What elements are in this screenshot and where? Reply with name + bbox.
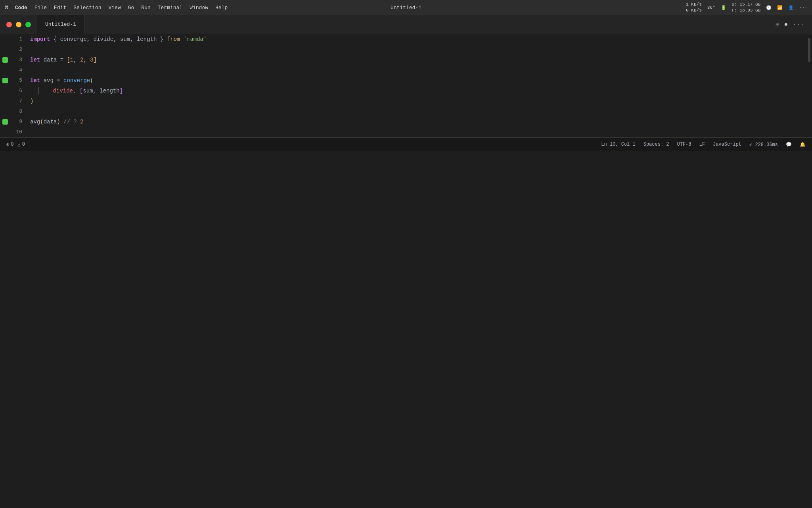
menu-view[interactable]: View — [109, 5, 121, 11]
line-gutter-4: 4 — [0, 65, 30, 75]
token: sum — [83, 86, 93, 96]
line-number-5: 5 — [19, 75, 22, 86]
menubar: ⌘ Code File Edit Selection View Go Run T… — [0, 0, 812, 15]
token: // ? — [60, 117, 80, 127]
code-line-2: 2 — [0, 44, 806, 55]
token: length — [137, 34, 157, 44]
apple-icon[interactable]: ⌘ — [5, 4, 9, 12]
statusbar: ⊗ 0 △ 0 Ln 10, Col 1 Spaces: 2 UTF-8 LF … — [0, 137, 812, 151]
line-gutter-3: 3 — [0, 55, 30, 65]
menu-items: Code File Edit Selection View Go Run Ter… — [15, 5, 228, 11]
line-gutter-6: 6 — [0, 86, 30, 96]
menu-run[interactable]: Run — [141, 5, 150, 11]
token — [40, 55, 43, 65]
line-number-1: 1 — [19, 34, 22, 44]
code-line-8: 8 — [0, 106, 806, 117]
cursor-position[interactable]: Ln 10, Col 1 — [601, 142, 635, 147]
split-editor-icon[interactable]: ⊞ — [776, 21, 779, 29]
breakpoint-3[interactable] — [2, 57, 8, 63]
menu-code[interactable]: Code — [15, 5, 27, 11]
line-content-5[interactable]: let avg = converge( — [30, 75, 806, 86]
maximize-button[interactable] — [25, 22, 31, 27]
line-number-2: 2 — [19, 44, 22, 55]
line-number-9: 9 — [19, 117, 22, 127]
line-content-1[interactable]: import { converge, divide, sum, length }… — [30, 34, 806, 44]
menu-file[interactable]: File — [34, 5, 47, 11]
more-icon[interactable]: ··· — [799, 5, 807, 10]
language-mode[interactable]: JavaScript — [713, 142, 741, 147]
eol[interactable]: LF — [699, 142, 705, 147]
file-tab[interactable]: Untitled-1 — [37, 15, 84, 34]
token: converge — [60, 34, 87, 44]
token: = — [57, 55, 67, 65]
line-content-10[interactable] — [30, 127, 806, 137]
token: 3 — [90, 55, 93, 65]
menu-go[interactable]: Go — [128, 5, 134, 11]
line-number-10: 10 — [16, 127, 22, 137]
line-content-9[interactable]: avg(data) // ? 2 — [30, 117, 806, 127]
statusbar-left: ⊗ 0 △ 0 — [6, 142, 25, 148]
more-actions-icon[interactable]: ··· — [793, 21, 804, 28]
line-number-6: 6 — [19, 86, 22, 96]
token: 2 — [80, 55, 83, 65]
upload-speed: 1 KB/s — [686, 2, 702, 8]
error-number: 0 — [11, 142, 13, 147]
feedback-icon[interactable]: 💬 — [786, 142, 792, 148]
bell-icon[interactable]: 🔔 — [800, 142, 806, 148]
code-line-1: 1import { converge, divide, sum, length … — [0, 34, 806, 44]
menu-selection[interactable]: Selection — [73, 5, 101, 11]
minimize-button[interactable] — [16, 22, 21, 27]
token: { — [50, 34, 60, 44]
line-gutter-8: 8 — [0, 106, 30, 117]
tab-actions: ⊞ ● ··· — [776, 21, 812, 29]
line-number-3: 3 — [19, 55, 22, 65]
line-content-7[interactable]: ) — [30, 96, 806, 106]
code-lines: 1import { converge, divide, sum, length … — [0, 34, 806, 137]
token: = — [54, 75, 63, 86]
code-line-5: 5let avg = converge( — [0, 75, 806, 86]
token: ] — [94, 55, 97, 65]
token: divide — [94, 34, 113, 44]
net-speed: 1 KB/s 0 KB/s — [686, 2, 702, 14]
timing-info: ✔ 228.36ms — [749, 142, 778, 148]
token: from — [167, 34, 180, 44]
tab-dot-indicator: ● — [784, 21, 788, 28]
storage-info: U: 15.17 GB F: 16.83 GB — [732, 2, 761, 14]
line-content-3[interactable]: let data = [1, 2, 3] — [30, 55, 806, 65]
token: divide — [40, 86, 73, 96]
clock-icon: 🕐 — [766, 5, 772, 10]
line-content-6[interactable]: divide, [sum, length] — [30, 86, 806, 96]
wifi-icon: 📶 — [777, 5, 783, 10]
breakpoint-5[interactable] — [2, 78, 8, 83]
token: [ — [67, 55, 70, 65]
error-count[interactable]: ⊗ 0 △ 0 — [6, 142, 25, 148]
menu-help[interactable]: Help — [215, 5, 228, 11]
line-gutter-2: 2 — [0, 44, 30, 55]
token: 1 — [70, 55, 73, 65]
line-gutter-9: 9 — [0, 117, 30, 127]
scrollbar-track[interactable] — [806, 34, 812, 137]
token: import — [30, 34, 50, 44]
editor-body: 1import { converge, divide, sum, length … — [0, 34, 812, 137]
code-area[interactable]: 1import { converge, divide, sum, length … — [0, 34, 806, 137]
code-line-10: 10 — [0, 127, 806, 137]
menu-terminal[interactable]: Terminal — [158, 5, 182, 11]
profile-icon: 👤 — [788, 5, 794, 10]
file-tab-name: Untitled-1 — [45, 21, 76, 27]
token: ( — [90, 75, 93, 86]
token: length — [100, 86, 119, 96]
breakpoint-9[interactable] — [2, 119, 8, 125]
token: , — [113, 34, 120, 44]
close-button[interactable] — [6, 22, 12, 27]
warning-icon: △ — [17, 142, 20, 148]
storage-f: F: 16.83 GB — [732, 8, 761, 13]
encoding[interactable]: UTF-8 — [677, 142, 691, 147]
menu-edit[interactable]: Edit — [54, 5, 66, 11]
status-right: 1 KB/s 0 KB/s 36° 🔋 U: 15.17 GB F: 16.83… — [686, 2, 807, 14]
token: , — [83, 55, 90, 65]
editor-header: Untitled-1 ⊞ ● ··· — [0, 15, 812, 34]
scrollbar-thumb[interactable] — [808, 38, 810, 62]
menu-window[interactable]: Window — [190, 5, 208, 11]
line-gutter-7: 7 — [0, 96, 30, 106]
indentation[interactable]: Spaces: 2 — [643, 142, 669, 147]
